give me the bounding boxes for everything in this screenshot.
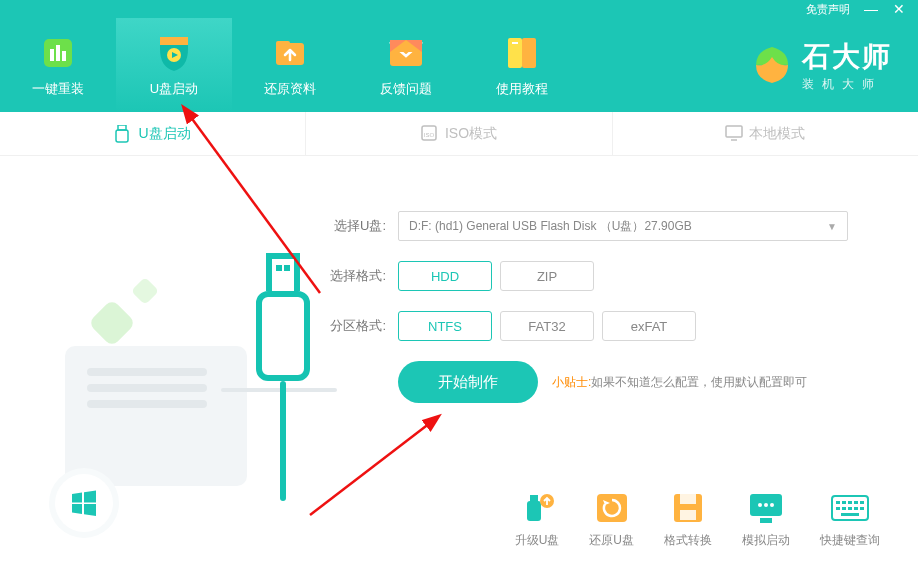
restore-icon (591, 490, 633, 526)
svg-rect-41 (841, 513, 859, 516)
svg-rect-3 (62, 51, 66, 61)
tip-text: 小贴士:如果不知道怎么配置，使用默认配置即可 (552, 374, 807, 391)
minimize-button[interactable]: — (864, 2, 878, 16)
usb-shield-icon (156, 32, 192, 74)
svg-rect-16 (726, 126, 742, 137)
tool-label: 快捷键查询 (820, 532, 880, 549)
svg-point-27 (758, 503, 762, 507)
svg-rect-10 (522, 38, 536, 68)
svg-text:ISO: ISO (424, 132, 435, 138)
footer-tools: 升级U盘 还原U盘 格式转换 模拟启动 快捷键查询 (515, 490, 880, 549)
svg-rect-33 (848, 501, 852, 504)
tab-usb-boot[interactable]: U盘启动 (0, 112, 306, 155)
illustration (55, 336, 275, 546)
tool-format-convert[interactable]: 格式转换 (664, 490, 712, 549)
svg-rect-39 (854, 507, 858, 510)
nav-item-label: U盘启动 (150, 80, 198, 98)
svg-point-28 (764, 503, 768, 507)
partition-option-exfat[interactable]: exFAT (602, 311, 696, 341)
svg-rect-19 (530, 495, 538, 503)
sub-tabs: U盘启动 ISO ISO模式 本地模式 (0, 112, 918, 156)
svg-rect-32 (842, 501, 846, 504)
nav-item-label: 使用教程 (496, 80, 548, 98)
monitor-dots-icon (745, 490, 787, 526)
svg-rect-26 (760, 518, 772, 523)
nav-restore-data[interactable]: 还原资料 (232, 18, 348, 112)
tool-upgrade-usb[interactable]: 升级U盘 (515, 490, 560, 549)
partition-format-label: 分区格式: (320, 317, 386, 335)
close-button[interactable]: ✕ (892, 2, 906, 16)
svg-rect-31 (836, 501, 840, 504)
nav-item-label: 还原资料 (264, 80, 316, 98)
bar-chart-icon (40, 32, 76, 74)
svg-rect-40 (860, 507, 864, 510)
usb-up-icon (516, 490, 558, 526)
nav-tutorial[interactable]: 使用教程 (464, 18, 580, 112)
iso-icon: ISO (421, 125, 437, 143)
brand-title: 石大师 (802, 38, 892, 76)
nav-feedback[interactable]: 反馈问题 (348, 18, 464, 112)
tab-label: 本地模式 (749, 125, 805, 143)
tool-hotkey-query[interactable]: 快捷键查询 (820, 490, 880, 549)
brand-subtitle: 装机大师 (802, 76, 882, 93)
svg-rect-23 (680, 494, 696, 504)
book-icon (504, 32, 540, 74)
nav-item-label: 反馈问题 (380, 80, 432, 98)
tool-label: 模拟启动 (742, 532, 790, 549)
select-format-label: 选择格式: (320, 267, 386, 285)
tool-simulate-boot[interactable]: 模拟启动 (742, 490, 790, 549)
svg-rect-34 (854, 501, 858, 504)
envelope-icon (388, 32, 424, 74)
partition-option-ntfs[interactable]: NTFS (398, 311, 492, 341)
select-disk-dropdown[interactable]: D:F: (hd1) General USB Flash Disk （U盘）27… (398, 211, 848, 241)
nav-one-click-reinstall[interactable]: 一键重装 (0, 18, 116, 112)
keyboard-icon (829, 490, 871, 526)
nav-item-label: 一键重装 (32, 80, 84, 98)
format-option-zip[interactable]: ZIP (500, 261, 594, 291)
svg-rect-6 (276, 41, 290, 47)
usb-icon (115, 125, 131, 143)
select-disk-label: 选择U盘: (320, 217, 386, 235)
svg-rect-21 (597, 494, 627, 522)
tool-restore-usb[interactable]: 还原U盘 (589, 490, 634, 549)
svg-rect-11 (512, 42, 518, 44)
windows-icon (55, 474, 113, 532)
format-option-hdd[interactable]: HDD (398, 261, 492, 291)
folder-up-icon (272, 32, 308, 74)
tool-label: 还原U盘 (589, 532, 634, 549)
svg-rect-35 (860, 501, 864, 504)
start-create-button[interactable]: 开始制作 (398, 361, 538, 403)
logo-icon (750, 43, 794, 87)
partition-option-fat32[interactable]: FAT32 (500, 311, 594, 341)
tool-label: 格式转换 (664, 532, 712, 549)
svg-rect-1 (50, 49, 54, 61)
header-nav: 一键重装 U盘启动 还原资料 反馈问题 使用教程 石大师 装机大师 (0, 18, 918, 112)
nav-usb-boot[interactable]: U盘启动 (116, 18, 232, 112)
svg-rect-24 (680, 510, 696, 520)
floppy-icon (667, 490, 709, 526)
tab-iso-mode[interactable]: ISO ISO模式 (306, 112, 612, 155)
svg-rect-13 (116, 130, 128, 142)
svg-rect-36 (836, 507, 840, 510)
disclaimer-link[interactable]: 免责声明 (806, 2, 850, 17)
tool-label: 升级U盘 (515, 532, 560, 549)
brand-logo: 石大师 装机大师 (750, 18, 918, 112)
tab-label: U盘启动 (139, 125, 191, 143)
chevron-down-icon: ▼ (827, 221, 837, 232)
tab-local-mode[interactable]: 本地模式 (613, 112, 918, 155)
svg-rect-18 (527, 501, 541, 521)
tab-label: ISO模式 (445, 125, 497, 143)
svg-rect-37 (842, 507, 846, 510)
svg-rect-38 (848, 507, 852, 510)
select-disk-value: D:F: (hd1) General USB Flash Disk （U盘）27… (409, 218, 692, 235)
svg-rect-2 (56, 45, 60, 61)
svg-point-29 (770, 503, 774, 507)
monitor-icon (725, 125, 741, 143)
